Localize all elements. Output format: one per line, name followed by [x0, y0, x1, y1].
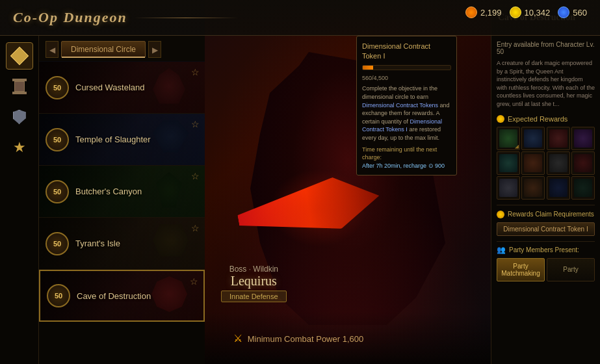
- dungeon-info: Cave of Destruction: [77, 291, 197, 301]
- right-panel: Cave of Destruction Entry available from…: [491, 0, 600, 364]
- header-divider: [134, 18, 238, 18]
- nav-icon-diamond[interactable]: [6, 42, 33, 70]
- bookmark-icon: ☆: [191, 119, 200, 130]
- dungeon-info: Cursed Wasteland: [75, 83, 198, 92]
- bookmark-icon: ☆: [191, 223, 200, 234]
- entry-level: Entry available from Character Lv. 50: [497, 41, 595, 55]
- party-button[interactable]: Party: [547, 258, 595, 281]
- orange-value: 2,199: [480, 8, 502, 18]
- yellow-value: 10,342: [525, 8, 551, 18]
- dungeon-info: Tyrant's Isle: [75, 239, 198, 248]
- rewards-gem-icon: [497, 115, 504, 123]
- currency-yellow: 10,342: [510, 6, 551, 18]
- currency-orange: 2,199: [465, 6, 502, 18]
- nav-icon-shield[interactable]: [6, 103, 33, 131]
- reward-item: [547, 151, 570, 175]
- tab-dimensional-circle[interactable]: Dimensional Circle: [61, 41, 146, 58]
- level-badge: 50: [47, 284, 70, 307]
- nav-icon-pillar[interactable]: [6, 73, 33, 100]
- shield-icon: [12, 109, 27, 125]
- level-badge: 50: [46, 128, 69, 151]
- right-panel-content: Entry available from Character Lv. 50 A …: [491, 36, 600, 287]
- reward-item: [497, 127, 520, 150]
- bookmark-icon: ☆: [190, 276, 198, 287]
- reward-item: [547, 176, 570, 200]
- boss-name: Lequirus: [221, 274, 287, 289]
- dungeon-item-cursed-wasteland[interactable]: 50 Cursed Wasteland ☆: [39, 62, 205, 114]
- claim-requirements: Rewards Claim Requirements Dimensional C…: [497, 205, 595, 236]
- currency-blue[interactable]: 560: [558, 6, 587, 18]
- reward-item: [571, 127, 595, 150]
- bookmark-icon: ☆: [191, 67, 200, 78]
- dungeon-item-temple-of-slaughter[interactable]: 50 Temple of Slaughter ☆: [39, 114, 205, 166]
- dungeon-name: Butcher's Canyon: [75, 187, 198, 196]
- level-badge: 50: [46, 76, 69, 99]
- tooltip-bar-fill: [363, 66, 373, 70]
- diamond-icon: [12, 48, 27, 64]
- currency-area: 2,199 10,342 560: [465, 6, 587, 18]
- party-matchmaking-button[interactable]: Party Matchmaking: [497, 258, 545, 281]
- dungeon-info: Temple of Slaughter: [75, 135, 198, 144]
- boss-type: Boss · Wildkin: [221, 265, 287, 274]
- dungeon-info: Butcher's Canyon: [75, 187, 198, 196]
- dungeon-item-tyrants-isle[interactable]: 50 Tyrant's Isle ☆: [39, 218, 205, 270]
- tooltip-bar-label: 560/4,500: [362, 74, 451, 83]
- party-members-icon: 👥: [497, 246, 506, 254]
- rewards-section-title: Expected Rewards: [497, 115, 595, 123]
- tooltip-remaining: Time remaining until the next charge:: [362, 146, 451, 162]
- tooltip-progress-bar: [362, 65, 451, 70]
- level-badge: 50: [46, 180, 69, 203]
- tooltip-recharge: After 7h 20min, recharge ⊙ 900: [362, 162, 451, 170]
- reward-item: [521, 176, 545, 200]
- dungeon-name: Temple of Slaughter: [75, 135, 198, 144]
- star-icon: ★: [12, 140, 27, 155]
- reward-item: [521, 151, 545, 175]
- combat-power-icon: ⚔: [233, 333, 242, 344]
- orange-gem-icon: [465, 6, 477, 18]
- party-section: 👥 Party Members Present: Party Matchmaki…: [497, 241, 595, 281]
- nav-icon-star[interactable]: ★: [6, 134, 33, 161]
- level-badge: 50: [46, 232, 69, 255]
- tooltip-body: Complete the objective in the dimensiona…: [362, 84, 451, 142]
- dungeon-item-butchers-canyon[interactable]: 50 Butcher's Canyon ☆: [39, 166, 205, 218]
- dungeon-name: Cave of Destruction: [77, 291, 197, 301]
- bookmark-icon: ☆: [191, 171, 200, 182]
- combat-power-text: Minimum Combat Power 1,600: [248, 334, 364, 344]
- pillar-icon: [12, 79, 27, 94]
- dungeon-item-cave-of-destruction[interactable]: 50 Cave of Destruction ☆: [39, 270, 205, 322]
- claim-gem-icon: [497, 211, 504, 218]
- boss-info: Boss · Wildkin Lequirus Innate Defense: [221, 265, 287, 302]
- reward-item: [547, 127, 570, 150]
- tooltip-title: Dimensional Contract Token I: [362, 42, 451, 62]
- blue-value: 560: [573, 8, 587, 18]
- reward-item: [497, 151, 520, 175]
- combat-power: ⚔ Minimum Combat Power 1,600: [205, 332, 392, 344]
- dungeon-name: Cursed Wasteland: [75, 83, 198, 92]
- dungeon-name: Tyrant's Isle: [75, 239, 198, 248]
- dungeon-list: 50 Cursed Wasteland ☆ 50 Temple of Slaug…: [39, 62, 205, 364]
- reward-item: [521, 127, 545, 150]
- page-title: Co-Op Dungeon: [13, 9, 127, 26]
- party-members-title: 👥 Party Members Present:: [497, 246, 595, 254]
- tab-arrow-left[interactable]: ◀: [46, 41, 59, 58]
- dimensional-token-tooltip: Dimensional Contract Token I 560/4,500 C…: [356, 36, 457, 176]
- claim-token-button[interactable]: Dimensional Contract Token I: [497, 222, 595, 236]
- reward-item: [497, 176, 520, 200]
- party-buttons: Party Matchmaking Party: [497, 258, 595, 281]
- boss-tag: Innate Defense: [221, 291, 287, 302]
- claim-title: Rewards Claim Requirements: [497, 211, 595, 218]
- yellow-coin-icon: [510, 6, 521, 18]
- left-navigation: ★: [0, 36, 39, 364]
- reward-item: [571, 151, 595, 175]
- rewards-grid: [497, 127, 595, 200]
- tab-arrow-right[interactable]: ▶: [148, 41, 161, 58]
- dungeon-description: A creature of dark magic empowered by a …: [497, 59, 595, 109]
- blue-token-icon: [558, 6, 569, 18]
- tab-bar: ◀ Dimensional Circle ▶: [39, 36, 205, 61]
- reward-item: [571, 176, 595, 200]
